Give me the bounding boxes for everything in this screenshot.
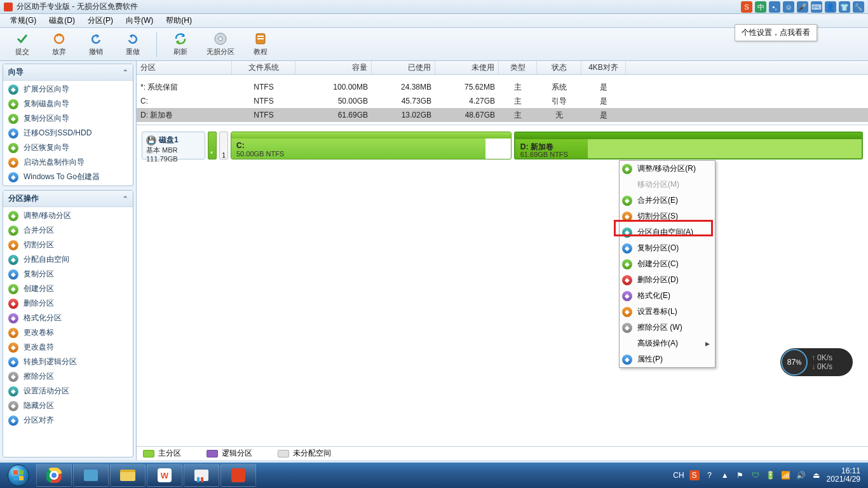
ops-item[interactable]: ◆擦除分区 <box>3 369 133 384</box>
ops-item-icon: ◆ <box>8 416 18 426</box>
wizard-item[interactable]: ◆扩展分区向导 <box>3 82 133 97</box>
context-menu-item[interactable]: ◆擦除分区 (W) <box>620 320 715 336</box>
lossless-button[interactable]: 无损分区 <box>200 29 241 60</box>
wizard-item[interactable]: ◆Windows To Go创建器 <box>3 170 133 184</box>
table-row[interactable]: C: NTFS 50.00GB 45.73GB 4.27GB 主 引导 是 <box>137 94 868 108</box>
hdr-filesystem[interactable]: 文件系统 <box>232 61 295 74</box>
redo-button[interactable]: 重做 <box>116 29 150 60</box>
main-area: 向导⌃ ◆扩展分区向导◆复制磁盘向导◆复制分区向导◆迁移OS到SSD/HDD◆分… <box>0 61 868 460</box>
commit-button[interactable]: 提交 <box>5 29 39 60</box>
tutorial-button[interactable]: 教程 <box>243 29 278 60</box>
table-row[interactable]: D: 新加卷 NTFS 61.69GB 13.02GB 48.67GB 主 无 … <box>137 108 868 122</box>
ops-item-label: 调整/移动分区 <box>24 210 71 221</box>
ime-face-icon[interactable]: ☺ <box>783 1 794 13</box>
ops-item[interactable]: ◆删除分区 <box>3 296 133 311</box>
menu-general[interactable]: 常规(G) <box>4 14 43 27</box>
menu-wizard[interactable]: 向导(W) <box>119 14 159 27</box>
ops-item[interactable]: ◆转换到逻辑分区 <box>3 355 133 369</box>
ops-item[interactable]: ◆分区对齐 <box>3 413 133 428</box>
menu-partition[interactable]: 分区(P) <box>81 14 119 27</box>
ops-item-label: 分区对齐 <box>24 415 54 426</box>
wizard-item[interactable]: ◆分区恢复向导 <box>3 140 133 155</box>
context-menu-item[interactable]: ◆切割分区(S) <box>620 208 715 224</box>
wizard-item-label: 启动光盘制作向导 <box>24 157 85 168</box>
ops-panel-header[interactable]: 分区操作⌃ <box>3 191 133 207</box>
context-menu-item[interactable]: ◆复制分区(O) <box>620 240 715 256</box>
tray-help-icon[interactable]: ? <box>705 470 715 480</box>
ops-item[interactable]: ◆合并分区 <box>3 223 133 238</box>
tray-sogou-icon[interactable]: S <box>689 470 700 480</box>
disk-info[interactable]: 💾磁盘1 基本 MBR 111.79GB <box>142 132 205 159</box>
taskbar-chrome[interactable] <box>36 464 72 487</box>
ops-item[interactable]: ◆更改卷标 <box>3 325 133 340</box>
hdr-free[interactable]: 未使用 <box>435 61 499 74</box>
wizard-item[interactable]: ◆复制磁盘向导 <box>3 97 133 111</box>
wizard-panel-header[interactable]: 向导⌃ <box>3 64 133 81</box>
context-menu-item[interactable]: ◆属性(P) <box>620 351 715 367</box>
ops-item[interactable]: ◆隐藏分区 <box>3 398 133 413</box>
refresh-button[interactable]: 刷新 <box>163 29 198 60</box>
context-menu-item[interactable]: ◆格式化(E) <box>620 288 715 304</box>
hdr-partition[interactable]: 分区 <box>137 61 232 74</box>
tray-net-icon[interactable]: 📶 <box>781 470 791 480</box>
taskbar-app1[interactable] <box>73 464 109 487</box>
start-button[interactable] <box>1 463 36 487</box>
hdr-used[interactable]: 已使用 <box>372 61 435 74</box>
discard-button[interactable]: 放弃 <box>42 29 76 60</box>
ime-kbd-icon[interactable]: ⌨ <box>811 1 822 13</box>
swatch-green <box>143 450 154 458</box>
taskbar-app2[interactable] <box>220 464 256 487</box>
partition-c-segment[interactable]: C: 50.00GB NTFS <box>231 132 512 159</box>
speed-widget[interactable]: 87% ↑0K/s ↓0K/s <box>780 348 853 376</box>
ime-punct-icon[interactable]: •, <box>769 1 780 13</box>
tray-usb-icon[interactable]: ⏏ <box>811 470 822 480</box>
right-content: 分区 文件系统 容量 已使用 未使用 类型 状态 4KB对齐 *: 系统保留 N… <box>136 61 868 460</box>
context-menu-item[interactable]: ◆创建分区(C) <box>620 256 715 272</box>
reserved-segment[interactable]: * <box>208 132 217 159</box>
gap-segment[interactable]: 1 <box>219 132 228 159</box>
tray-up-icon[interactable]: ▲ <box>720 470 730 480</box>
ops-item[interactable]: ◆复制分区 <box>3 267 133 281</box>
ops-item[interactable]: ◆更改盘符 <box>3 340 133 355</box>
context-menu-item[interactable]: 高级操作(A)▶ <box>620 336 715 351</box>
ops-item[interactable]: ◆设置活动分区 <box>3 384 133 398</box>
tray-flag-icon[interactable]: ⚑ <box>735 470 745 480</box>
context-menu-item[interactable]: ◆分区自由空间(A) <box>620 224 715 240</box>
context-menu-item[interactable]: ◆设置卷标(L) <box>620 304 715 320</box>
wizard-item[interactable]: ◆复制分区向导 <box>3 111 133 126</box>
context-menu-item[interactable]: ◆删除分区(D) <box>620 272 715 288</box>
hdr-capacity[interactable]: 容量 <box>295 61 372 74</box>
undo-button[interactable]: 撤销 <box>79 29 113 60</box>
partition-d-segment[interactable]: D: 新加卷 61.69GB NTFS <box>514 132 863 159</box>
ime-mic-icon[interactable]: 🎤 <box>797 1 808 13</box>
ops-item[interactable]: ◆切割分区 <box>3 238 133 252</box>
ime-lang-icon[interactable]: 中 <box>755 1 766 13</box>
hdr-status[interactable]: 状态 <box>537 61 581 74</box>
taskbar-paint[interactable] <box>184 464 219 487</box>
tray-battery-icon[interactable]: 🔋 <box>766 470 776 480</box>
hdr-type[interactable]: 类型 <box>499 61 537 74</box>
tray-clock[interactable]: 16:112021/4/29 <box>827 467 860 484</box>
context-menu-item[interactable]: ◆合并分区(E) <box>620 193 715 208</box>
ime-shirt-icon[interactable]: 👕 <box>839 1 850 13</box>
ops-item[interactable]: ◆创建分区 <box>3 281 133 296</box>
ops-item[interactable]: ◆调整/移动分区 <box>3 208 133 223</box>
taskbar-wps[interactable]: W <box>147 464 182 487</box>
taskbar-explorer[interactable] <box>110 464 146 487</box>
wizard-item[interactable]: ◆启动光盘制作向导 <box>3 155 133 170</box>
tray-shield-icon[interactable]: 🛡 <box>750 470 761 480</box>
tray-vol-icon[interactable]: 🔊 <box>796 470 806 480</box>
menu-disk[interactable]: 磁盘(D) <box>43 14 81 27</box>
wizard-item-icon: ◆ <box>8 99 18 109</box>
ime-user-icon[interactable]: 👤 <box>825 1 836 13</box>
ops-item[interactable]: ◆分配自由空间 <box>3 252 133 267</box>
menu-help[interactable]: 帮助(H) <box>159 14 198 27</box>
ime-tool-icon[interactable]: 🔧 <box>853 1 864 13</box>
hdr-align[interactable]: 4KB对齐 <box>581 61 626 74</box>
table-row[interactable]: *: 系统保留 NTFS 100.00MB 24.38MB 75.62MB 主 … <box>137 80 868 94</box>
ops-item[interactable]: ◆格式化分区 <box>3 311 133 325</box>
wizard-item[interactable]: ◆迁移OS到SSD/HDD <box>3 126 133 140</box>
context-menu-item[interactable]: ◆调整/移动分区(R) <box>620 161 715 177</box>
tray-lang[interactable]: CH <box>673 471 684 480</box>
ime-s-icon[interactable]: S <box>741 1 752 13</box>
